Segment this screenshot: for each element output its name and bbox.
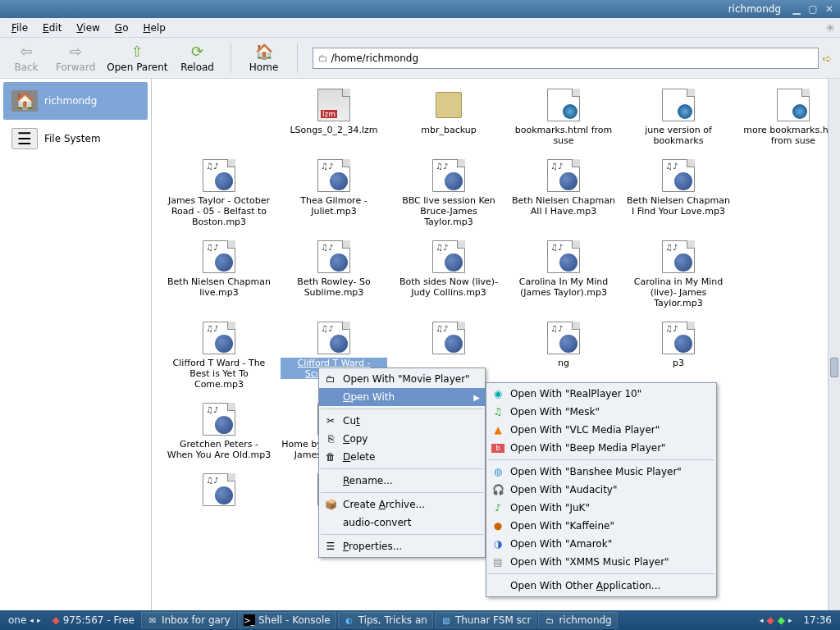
sm-beep[interactable]: bOpen With "Beep Media Player"	[486, 439, 716, 457]
file-label: more bookmarks.html from suse	[740, 125, 828, 146]
taskbar-clock[interactable]: 17:36	[798, 612, 837, 628]
reload-icon: ⟳	[191, 43, 203, 60]
file-item[interactable]: ♫♪Clifford T Ward - The Best is Yet To C…	[162, 318, 276, 393]
file-item[interactable]: more bookmarks.html from suse	[736, 85, 828, 149]
taskbar-btn-thunar[interactable]: ▧Thunar FSM scr	[435, 612, 537, 628]
file-item[interactable]: ♫♪Thea Gilmore - Juliet.mp3	[276, 156, 391, 231]
go-button-icon[interactable]: ➪	[822, 52, 832, 65]
separator	[297, 43, 298, 73]
file-item[interactable]: ♫♪Carolina In My Mind (James Taylor).mp3	[506, 237, 621, 312]
sidebar-item-filesystem[interactable]: ☰ File System	[3, 120, 148, 158]
sm-amarok[interactable]: ◑Open With "Amarok"	[486, 535, 716, 553]
taskbar-tray[interactable]: ◂ ◆ ◆ ▸	[755, 612, 797, 628]
audio-file-icon: ♫♪	[662, 322, 695, 354]
file-label: june version of bookmarks	[625, 125, 732, 146]
sidebar-item-label: richmondg	[44, 95, 97, 107]
arrow-right-icon: ⇨	[70, 43, 82, 60]
separator	[321, 534, 483, 535]
sm-banshee[interactable]: ◍Open With "Banshee Music Player"	[486, 463, 716, 481]
separator	[321, 409, 483, 409]
home-folder-icon: 🏠	[11, 90, 38, 112]
menu-edit[interactable]: Edit	[36, 20, 68, 36]
menu-help[interactable]: Help	[136, 20, 171, 36]
window-title: richmondg	[3, 3, 788, 15]
file-item[interactable]: june version of bookmarks	[621, 85, 736, 149]
audio-file-icon: ♫♪	[203, 403, 235, 436]
minimize-icon[interactable]: ▁	[789, 2, 804, 16]
banshee-icon: ◍	[491, 466, 504, 477]
file-item[interactable]: mbr_backup	[391, 85, 506, 149]
file-item[interactable]: ♫♪Beth Rowley- So Sublime.mp3	[276, 237, 391, 312]
window-titlebar: richmondg ▁ ▢ ✕	[0, 0, 840, 18]
file-item[interactable]: bookmarks.html from suse	[506, 85, 621, 149]
taskbar-btn-shell[interactable]: >_Shell - Konsole	[238, 612, 336, 628]
file-item[interactable]: ♫♪James Taylor - October Road - 05 - Bel…	[162, 156, 276, 231]
terminal-icon: >_	[244, 614, 255, 626]
xmms-icon: ▤	[491, 556, 504, 568]
sm-mesk[interactable]: ♫Open With "Mesk"	[486, 403, 716, 421]
sm-audacity[interactable]: 🎧Open With "Audacity"	[486, 481, 716, 499]
path-input[interactable]: 🗀 /home/richmondg	[313, 48, 819, 69]
taskbar-btn-richmondg[interactable]: 🗀richmondg	[538, 612, 617, 628]
file-label: Beth Nielsen Chapman live.mp3	[166, 276, 272, 298]
image-icon: ▧	[441, 614, 452, 626]
taskbar: one ◂ ▸ ◆ 975:567 - Free ✉Inbox for gary…	[0, 610, 840, 630]
taskbar-mem[interactable]: ◆ 975:567 - Free	[47, 612, 139, 628]
menu-file[interactable]: File	[5, 20, 34, 36]
cm-audio-convert[interactable]: audio-convert	[319, 514, 485, 532]
scissors-icon: ✂	[324, 415, 337, 427]
cm-delete[interactable]: 🗑Delete	[319, 448, 485, 466]
file-item[interactable]: ♫♪Both sides Now (live)- Judy Collins.mp…	[391, 237, 506, 312]
reload-button[interactable]: ⟳Reload	[180, 43, 216, 73]
taskbar-btn-inbox[interactable]: ✉Inbox for gary	[141, 612, 236, 628]
file-item[interactable]: lzmLSongs_0_2_34.lzm	[276, 85, 391, 149]
cm-copy[interactable]: ⎘Copy	[319, 430, 485, 448]
cm-rename[interactable]: Rename...	[319, 472, 485, 490]
cm-open-with-movie[interactable]: 🗀Open With "Movie Player"	[319, 370, 485, 388]
scrollbar-thumb[interactable]	[830, 358, 838, 377]
forward-button[interactable]: ⇨Forward	[56, 43, 95, 73]
home-button[interactable]: 🏠Home	[246, 43, 282, 73]
file-label: mbr_backup	[421, 125, 476, 135]
vertical-scrollbar[interactable]	[828, 79, 840, 610]
file-item[interactable]: ♫♪Carolina in My Mind (live)- James Tayl…	[621, 237, 736, 312]
vlc-icon: ▲	[491, 424, 504, 436]
file-item[interactable]: ♫♪Gretchen Peters - When You Are Old.mp3	[162, 399, 276, 463]
sm-kaffeine[interactable]: ●Open With "Kaffeine"	[486, 517, 716, 535]
maximize-icon[interactable]: ▢	[806, 2, 820, 16]
cm-open-with[interactable]: Open With▶	[319, 388, 485, 406]
file-label: Beth Nielsen Chapman I Find Your Love.mp…	[625, 195, 732, 217]
sm-xmms[interactable]: ▤Open With "XMMS Music Player"	[486, 553, 716, 571]
audio-file-icon: ♫♪	[662, 159, 695, 192]
sm-other-app[interactable]: Open With Other Application...	[486, 577, 716, 595]
audacity-icon: 🎧	[491, 484, 504, 495]
close-icon[interactable]: ✕	[822, 2, 837, 16]
sm-realplayer[interactable]: ◉Open With "RealPlayer 10"	[486, 385, 716, 403]
sm-juk[interactable]: ♪Open With "JuK"	[486, 499, 716, 517]
audio-file-icon: ♫♪	[317, 240, 350, 273]
html-file-icon	[662, 89, 695, 121]
taskbar-btn-tips[interactable]: ◐Tips, Tricks an	[338, 612, 433, 628]
audio-file-icon: ♫♪	[203, 322, 235, 354]
menu-go[interactable]: Go	[108, 20, 135, 36]
cm-cut[interactable]: ✂Cut	[319, 412, 485, 430]
open-parent-button[interactable]: ⇧Open Parent	[107, 43, 167, 73]
file-item[interactable]: ♫♪BBC live session Ken Bruce-James Taylo…	[391, 156, 506, 231]
audio-file-icon: ♫♪	[547, 322, 580, 354]
file-item[interactable]: ♫♪	[162, 470, 276, 509]
cm-create-archive[interactable]: 📦Create Archive...	[319, 495, 485, 514]
file-label: BBC live session Ken Bruce-James Taylor.…	[395, 195, 502, 227]
file-item[interactable]: ♫♪Beth Nielsen Chapman live.mp3	[162, 237, 276, 312]
sm-vlc[interactable]: ▲Open With "VLC Media Player"	[486, 421, 716, 439]
file-item[interactable]: ♫♪Beth Nielsen Chapman All I Have.mp3	[506, 156, 621, 231]
mesk-icon: ♫	[491, 406, 504, 418]
cm-properties[interactable]: ☰Properties...	[319, 537, 485, 555]
taskbar-workspace[interactable]: one ◂ ▸	[3, 612, 45, 628]
menu-view[interactable]: View	[70, 20, 106, 36]
sidebar: 🏠 richmondg ☰ File System	[0, 79, 152, 610]
file-item[interactable]: ♫♪Beth Nielsen Chapman I Find Your Love.…	[621, 156, 736, 231]
audio-file-icon: ♫♪	[317, 322, 350, 354]
file-item[interactable]	[736, 470, 828, 509]
back-button[interactable]: ⇦Back	[8, 43, 44, 73]
sidebar-item-home[interactable]: 🏠 richmondg	[3, 82, 148, 120]
